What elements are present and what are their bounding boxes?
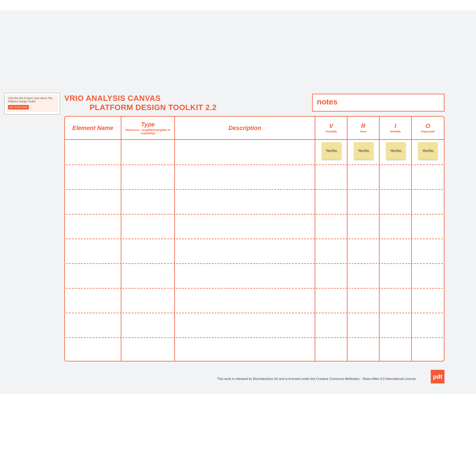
body-col-i[interactable]: [380, 140, 412, 361]
th-imitable: I Imitable: [380, 117, 412, 139]
body-col-type[interactable]: [121, 140, 175, 361]
body-col-desc[interactable]: [175, 140, 315, 361]
notes-label: notes: [317, 97, 337, 106]
vrio-table: Element Name Type (Resource - tangible/i…: [64, 116, 444, 361]
learn-link-box[interactable]: Click the link to learn more about The P…: [4, 93, 60, 115]
canvas-title: VRIO ANALYSIS CANVAS PLATFORM DESIGN TOO…: [64, 94, 217, 112]
license-text: This work is released by Boundaryless Sr…: [217, 377, 419, 381]
title-line-1: VRIO ANALYSIS CANVAS: [64, 94, 217, 103]
th-rare: R Rare: [347, 117, 380, 139]
pdt-badge-small: pdt PLATFORM: [8, 105, 29, 109]
canvas-stage: Click the link to learn more about The P…: [0, 10, 476, 394]
sticky-rare[interactable]: Yes/No: [354, 142, 373, 159]
pdt-badge-label: PLATFORM: [14, 106, 27, 109]
table-body[interactable]: Yes/No Yes/No Yes/No Yes/No: [65, 140, 444, 361]
sticky-organized[interactable]: Yes/No: [418, 142, 438, 159]
notes-box[interactable]: notes: [312, 94, 444, 112]
body-col-v[interactable]: [315, 140, 347, 361]
th-description: Description: [175, 117, 315, 139]
table-header: Element Name Type (Resource - tangible/i…: [65, 117, 444, 140]
th-element-name: Element Name: [65, 117, 121, 139]
body-col-r[interactable]: [347, 140, 380, 361]
th-organized: O Organized: [412, 117, 444, 139]
th-type: Type (Resource - tangible/intangible or …: [121, 117, 175, 139]
learn-link-text: Click the link to learn more about The P…: [8, 97, 56, 103]
body-col-o[interactable]: [412, 140, 444, 361]
th-valuable: V Valuable: [315, 117, 347, 139]
pdt-icon: pdt: [10, 106, 13, 109]
pdt-badge-footer: pdt: [431, 370, 444, 383]
pdt-logo-icon: pdt: [433, 373, 442, 380]
title-line-2: PLATFORM DESIGN TOOLKIT 2.2: [64, 103, 217, 112]
sticky-imitable[interactable]: Yes/No: [386, 142, 405, 159]
sticky-valuable[interactable]: Yes/No: [322, 142, 341, 159]
body-col-name[interactable]: [65, 140, 121, 361]
